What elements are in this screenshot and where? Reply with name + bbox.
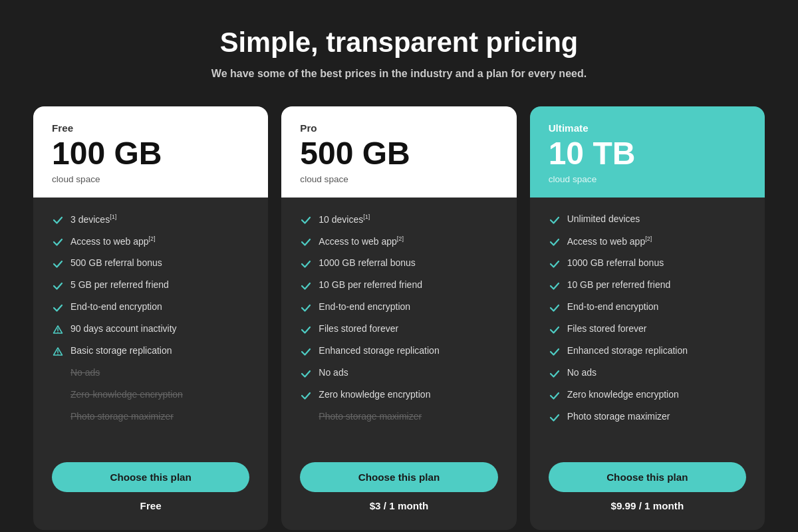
plan-footer-pro: Choose this plan$3 / 1 month [281, 449, 516, 530]
feature-text-ultimate-5: Files stored forever [567, 323, 647, 334]
empty-icon [52, 368, 64, 380]
feature-text-pro-6: Enhanced storage replication [319, 345, 439, 356]
feature-text-pro-4: End-to-end encryption [319, 301, 410, 312]
check-icon [52, 302, 64, 314]
check-icon [549, 302, 561, 314]
feature-text-free-2: 500 GB referral bonus [70, 257, 162, 268]
check-icon [549, 346, 561, 358]
feature-text-pro-1: Access to web app[2] [319, 235, 404, 247]
feature-text-ultimate-3: 10 GB per referred friend [567, 279, 671, 290]
page-title: Simple, transparent pricing [211, 27, 587, 59]
plan-storage-label-ultimate: cloud space [549, 174, 746, 184]
feature-text-free-8: Zero-knowledge encryption [70, 389, 183, 400]
plan-footer-ultimate: Choose this plan$9.99 / 1 month [530, 449, 765, 530]
plan-card-ultimate: Ultimate10 TBcloud space Unlimited devic… [530, 106, 765, 530]
check-icon [300, 258, 312, 270]
warning-icon [52, 324, 64, 336]
feature-text-ultimate-4: End-to-end encryption [567, 301, 659, 312]
feature-text-ultimate-8: Zero knowledge encryption [567, 389, 679, 400]
feature-text-pro-8: Zero knowledge encryption [319, 389, 430, 400]
plans-container: Free100 GBcloud space 3 devices[1] Acces… [33, 106, 765, 530]
plan-footer-free: Choose this planFree [33, 449, 268, 530]
check-icon [52, 214, 64, 226]
choose-plan-button-ultimate[interactable]: Choose this plan [549, 462, 746, 492]
feature-text-free-7: No ads [70, 367, 100, 378]
check-icon [549, 324, 561, 336]
plan-storage-pro: 500 GB [300, 136, 497, 172]
plan-card-free: Free100 GBcloud space 3 devices[1] Acces… [33, 106, 268, 530]
check-icon [549, 258, 561, 270]
feature-item-free-1: Access to web app[2] [52, 235, 249, 248]
feature-text-pro-2: 1000 GB referral bonus [319, 257, 416, 268]
feature-item-free-6: Basic storage replication [52, 345, 249, 358]
plan-price-free: Free [140, 500, 162, 511]
feature-text-ultimate-0: Unlimited devices [567, 213, 640, 224]
feature-item-pro-3: 10 GB per referred friend [300, 279, 497, 292]
feature-text-free-5: 90 days account inactivity [70, 323, 177, 334]
feature-item-ultimate-7: No ads [549, 367, 746, 380]
feature-item-ultimate-1: Access to web app[2] [549, 235, 746, 248]
feature-text-free-6: Basic storage replication [70, 345, 172, 356]
feature-text-pro-7: No ads [319, 367, 348, 378]
feature-item-pro-0: 10 devices[1] [300, 213, 497, 226]
empty-icon [52, 390, 64, 402]
check-icon [549, 390, 561, 402]
feature-item-pro-1: Access to web app[2] [300, 235, 497, 248]
plan-header-free: Free100 GBcloud space [33, 106, 268, 198]
empty-icon [300, 412, 312, 424]
check-icon [300, 324, 312, 336]
plan-features-ultimate: Unlimited devices Access to web app[2] 1… [530, 198, 765, 449]
feature-text-ultimate-6: Enhanced storage replication [567, 345, 688, 356]
feature-item-free-8: Zero-knowledge encryption [52, 389, 249, 402]
choose-plan-button-pro[interactable]: Choose this plan [300, 462, 497, 492]
feature-item-ultimate-9: Photo storage maximizer [549, 411, 746, 424]
check-icon [549, 412, 561, 424]
warning-icon [52, 346, 64, 358]
check-icon [549, 214, 561, 226]
feature-item-ultimate-6: Enhanced storage replication [549, 345, 746, 358]
feature-text-pro-9: Photo storage maximizer [319, 411, 422, 422]
feature-text-ultimate-7: No ads [567, 367, 597, 378]
feature-item-ultimate-0: Unlimited devices [549, 213, 746, 226]
feature-text-free-1: Access to web app[2] [70, 235, 156, 247]
check-icon [549, 368, 561, 380]
check-icon [300, 368, 312, 380]
plan-storage-free: 100 GB [52, 136, 249, 172]
plan-features-free: 3 devices[1] Access to web app[2] 500 GB… [33, 198, 268, 449]
check-icon [52, 236, 64, 248]
feature-text-free-3: 5 GB per referred friend [70, 279, 169, 290]
plan-header-ultimate: Ultimate10 TBcloud space [530, 106, 765, 198]
page-header: Simple, transparent pricing We have some… [211, 27, 587, 80]
plan-card-pro: Pro500 GBcloud space 10 devices[1] Acces… [281, 106, 516, 530]
feature-item-pro-4: End-to-end encryption [300, 301, 497, 314]
check-icon [549, 280, 561, 292]
plan-tier-ultimate: Ultimate [549, 122, 746, 134]
feature-text-free-4: End-to-end encryption [70, 301, 162, 312]
feature-item-ultimate-2: 1000 GB referral bonus [549, 257, 746, 270]
check-icon [300, 302, 312, 314]
feature-item-free-5: 90 days account inactivity [52, 323, 249, 336]
feature-item-free-3: 5 GB per referred friend [52, 279, 249, 292]
feature-item-free-4: End-to-end encryption [52, 301, 249, 314]
plan-features-pro: 10 devices[1] Access to web app[2] 1000 … [281, 198, 516, 449]
feature-item-ultimate-5: Files stored forever [549, 323, 746, 336]
check-icon [300, 280, 312, 292]
feature-item-free-7: No ads [52, 367, 249, 380]
feature-item-free-9: Photo storage maximizer [52, 411, 249, 424]
plan-price-ultimate: $9.99 / 1 month [610, 500, 684, 511]
feature-item-pro-7: No ads [300, 367, 497, 380]
feature-item-pro-6: Enhanced storage replication [300, 345, 497, 358]
feature-text-pro-3: 10 GB per referred friend [319, 279, 422, 290]
choose-plan-button-free[interactable]: Choose this plan [52, 462, 249, 492]
feature-item-free-2: 500 GB referral bonus [52, 257, 249, 270]
page-subtitle: We have some of the best prices in the i… [211, 68, 587, 80]
feature-item-pro-5: Files stored forever [300, 323, 497, 336]
check-icon [52, 280, 64, 292]
feature-text-pro-0: 10 devices[1] [319, 213, 370, 225]
feature-text-ultimate-2: 1000 GB referral bonus [567, 257, 664, 268]
check-icon [300, 346, 312, 358]
feature-item-pro-8: Zero knowledge encryption [300, 389, 497, 402]
feature-text-pro-5: Files stored forever [319, 323, 398, 334]
feature-item-ultimate-4: End-to-end encryption [549, 301, 746, 314]
svg-point-3 [57, 354, 58, 354]
